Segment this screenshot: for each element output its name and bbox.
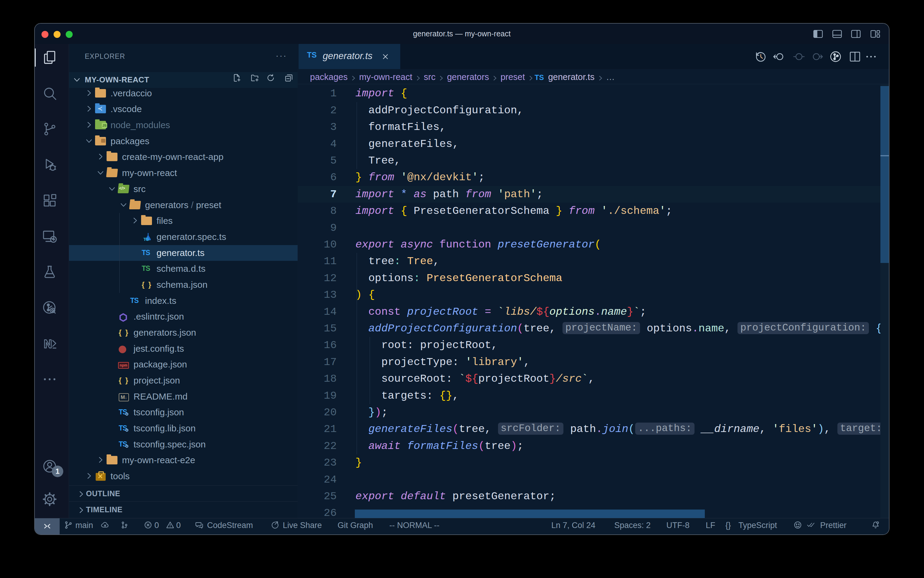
svg-text:TS: TS	[144, 237, 149, 242]
